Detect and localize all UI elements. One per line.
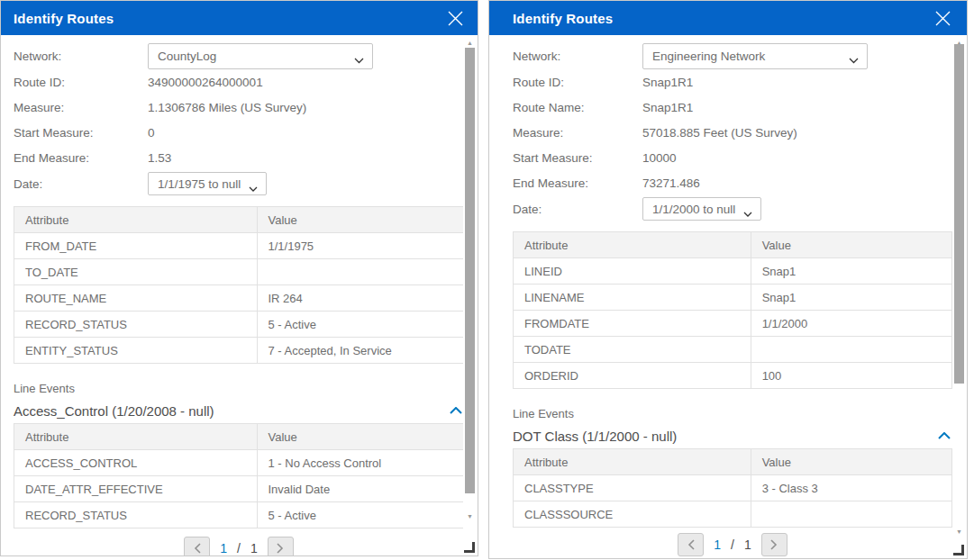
- route-name-field-row: Route Name: Snap1R1: [513, 95, 952, 120]
- start-measure-label: Start Measure:: [14, 126, 148, 140]
- attribute-cell: ACCESS_CONTROL: [14, 450, 258, 476]
- scroll-down-icon[interactable]: ▼: [463, 510, 477, 521]
- panel-title: Identify Routes: [513, 11, 613, 26]
- date-select[interactable]: 1/1/1975 to null: [148, 172, 267, 195]
- route-id-value: 34900000264000001: [148, 76, 263, 89]
- attribute-cell: CLASSTYPE: [514, 475, 751, 501]
- network-field-row: Network: CountyLog: [14, 42, 464, 69]
- network-field-row: Network: Engineering Network: [513, 42, 952, 69]
- current-page-number: 1: [220, 541, 227, 555]
- value-cell: Snap1: [751, 285, 951, 311]
- identify-routes-panel-right: Identify Routes Network: Engineering Net…: [488, 0, 968, 559]
- value-column-header: Value: [257, 207, 464, 233]
- table-row: FROM_DATE 1/1/1975: [14, 233, 464, 259]
- vertical-scrollbar[interactable]: ▲ ▼: [463, 36, 477, 554]
- network-select[interactable]: CountyLog: [148, 43, 373, 69]
- table-row: CLASSTYPE 3 - Class 3: [514, 475, 952, 501]
- attribute-cell: RECORD_STATUS: [14, 502, 258, 528]
- total-pages: 1: [250, 541, 258, 555]
- next-page-button[interactable]: [268, 537, 294, 556]
- table-row: ENTITY_STATUS 7 - Accepted, In Service: [14, 338, 464, 364]
- scroll-down-icon[interactable]: ▼: [952, 526, 966, 537]
- network-select-value: CountyLog: [158, 50, 216, 63]
- chevron-down-icon: [849, 53, 859, 67]
- pagination: 1 / 1: [513, 533, 952, 556]
- line-event-title: Access_Control (1/20/2008 - null): [14, 403, 214, 419]
- value-column-header: Value: [257, 424, 464, 450]
- route-name-label: Route Name:: [513, 101, 642, 114]
- prev-page-button[interactable]: [184, 537, 210, 556]
- measure-label: Measure:: [14, 101, 148, 114]
- table-header-row: Attribute Value: [514, 449, 952, 475]
- page-separator: /: [731, 537, 734, 552]
- collapse-chevron-up-icon[interactable]: [448, 405, 464, 416]
- value-column-header: Value: [751, 232, 951, 258]
- value-cell: Snap1: [751, 258, 951, 285]
- resize-grip[interactable]: [464, 542, 475, 553]
- start-measure-label: Start Measure:: [513, 151, 642, 165]
- start-measure-value: 0: [148, 126, 155, 140]
- date-field-row: Date: 1/1/2000 to null: [513, 195, 952, 222]
- prev-page-button[interactable]: [678, 533, 704, 556]
- date-select[interactable]: 1/1/2000 to null: [642, 197, 761, 221]
- end-measure-field-row: End Measure: 1.53: [14, 145, 464, 170]
- chevron-down-icon: [354, 53, 364, 67]
- close-icon[interactable]: [933, 8, 952, 28]
- route-attribute-table: Attribute Value LINEID Snap1 LINENAME Sn…: [513, 231, 952, 389]
- table-header-row: Attribute Value: [14, 424, 464, 450]
- identify-routes-panel-left: Identify Routes Network: CountyLog Route…: [0, 0, 478, 556]
- end-measure-field-row: End Measure: 73271.486: [513, 170, 952, 195]
- table-row: ACCESS_CONTROL 1 - No Access Control: [14, 450, 464, 476]
- vertical-scrollbar[interactable]: ▲ ▼: [952, 36, 966, 556]
- start-measure-field-row: Start Measure: 0: [14, 120, 464, 145]
- attribute-cell: ORDERID: [514, 363, 751, 389]
- measure-field-row: Measure: 1.1306786 Miles (US Survey): [14, 95, 464, 120]
- value-cell: 100: [751, 363, 951, 389]
- attribute-cell: TO_DATE: [14, 259, 258, 285]
- attribute-column-header: Attribute: [514, 449, 751, 475]
- scrollbar-thumb[interactable]: [465, 48, 475, 493]
- resize-grip[interactable]: [953, 545, 964, 555]
- network-label: Network:: [14, 50, 148, 63]
- table-row: RECORD_STATUS 5 - Active: [14, 502, 464, 528]
- date-select-value: 1/1/2000 to null: [652, 203, 735, 216]
- value-cell: [257, 259, 464, 285]
- attribute-cell: FROM_DATE: [14, 233, 258, 259]
- route-attribute-table: Attribute Value FROM_DATE 1/1/1975 TO_DA…: [14, 206, 464, 364]
- panel-header[interactable]: Identify Routes: [1, 1, 478, 35]
- panel-title: Identify Routes: [14, 11, 114, 26]
- value-cell: 5 - Active: [257, 502, 464, 528]
- value-cell: Invalid Date: [257, 476, 464, 502]
- collapse-chevron-up-icon[interactable]: [936, 430, 952, 441]
- attribute-cell: TODATE: [514, 337, 751, 363]
- panel-body: Network: Engineering Network Route ID: S…: [489, 35, 967, 556]
- attribute-cell: RECORD_STATUS: [14, 312, 258, 338]
- end-measure-label: End Measure:: [14, 151, 148, 165]
- table-header-row: Attribute Value: [514, 232, 952, 258]
- next-page-button[interactable]: [761, 533, 787, 556]
- route-id-field-row: Route ID: 34900000264000001: [14, 69, 464, 95]
- total-pages: 1: [744, 537, 751, 552]
- line-event-attribute-table: Attribute Value CLASSTYPE 3 - Class 3 CL…: [513, 448, 952, 528]
- scrollbar-thumb[interactable]: [954, 44, 964, 384]
- attribute-cell: FROMDATE: [514, 311, 751, 337]
- line-event-section-header: DOT Class (1/1/2000 - null): [513, 425, 952, 447]
- panel-header[interactable]: Identify Routes: [489, 1, 967, 35]
- network-select-value: Engineering Network: [652, 50, 765, 63]
- value-column-header: Value: [751, 449, 951, 475]
- table-row: ROUTE_NAME IR 264: [14, 285, 464, 312]
- pagination: 1 / 1: [14, 537, 464, 556]
- attribute-cell: LINENAME: [514, 285, 751, 311]
- scroll-up-icon[interactable]: ▲: [463, 37, 477, 48]
- attribute-column-header: Attribute: [14, 207, 258, 233]
- end-measure-value: 73271.486: [642, 176, 700, 190]
- network-select[interactable]: Engineering Network: [642, 43, 868, 69]
- current-page-number: 1: [714, 537, 721, 552]
- line-event-attribute-table: Attribute Value ACCESS_CONTROL 1 - No Ac…: [14, 423, 464, 528]
- date-field-row: Date: 1/1/1975 to null: [14, 170, 464, 197]
- close-icon[interactable]: [445, 8, 465, 28]
- route-name-value: Snap1R1: [642, 101, 693, 114]
- line-events-label: Line Events: [513, 407, 952, 422]
- end-measure-label: End Measure:: [513, 176, 642, 190]
- table-row: LINENAME Snap1: [514, 285, 952, 311]
